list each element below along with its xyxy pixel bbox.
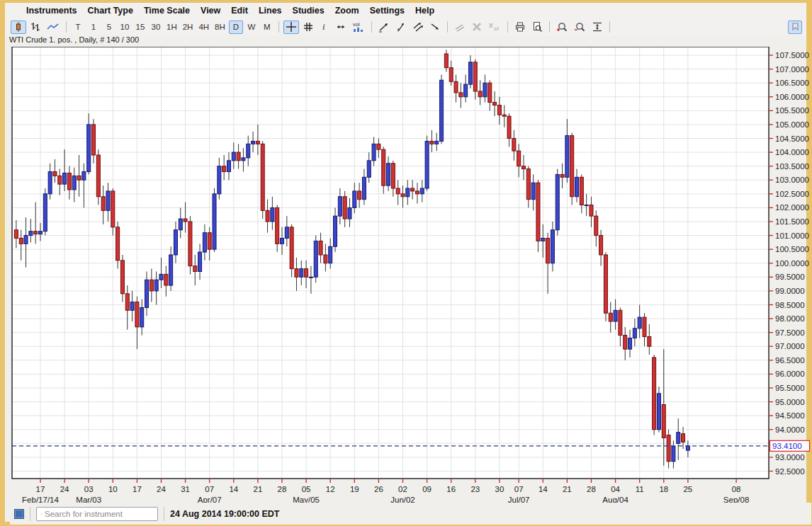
- ray-line-icon[interactable]: [393, 21, 409, 34]
- menu-item-edit[interactable]: Edit: [231, 6, 248, 16]
- svg-text:101.5000: 101.5000: [775, 217, 809, 226]
- timeframe-button-8H[interactable]: 8H: [213, 21, 227, 34]
- toolbar-separator: [447, 21, 448, 33]
- status-bar: 24 Aug 2014 19:00:00 EDT: [10, 503, 811, 525]
- timeframe-button-2H[interactable]: 2H: [181, 21, 196, 34]
- horizontal-expand-icon[interactable]: [333, 21, 349, 34]
- svg-text:23: 23: [470, 485, 480, 493]
- timeframe-button-M[interactable]: M: [260, 21, 274, 34]
- trendline-icon[interactable]: [376, 21, 392, 34]
- zoom-in-icon[interactable]: [554, 21, 570, 34]
- delete-line-icon[interactable]: [469, 21, 485, 34]
- menu-item-settings[interactable]: Settings: [370, 6, 405, 16]
- svg-text:106.0000: 106.0000: [775, 93, 809, 101]
- svg-text:28: 28: [587, 485, 596, 493]
- candlestick-chart-icon[interactable]: [11, 21, 26, 34]
- timeframe-button-15[interactable]: 15: [133, 21, 147, 34]
- svg-text:104.5000: 104.5000: [775, 135, 809, 143]
- svg-text:17: 17: [36, 485, 45, 493]
- menu-item-view[interactable]: View: [201, 6, 220, 16]
- timeframe-button-30[interactable]: 30: [149, 21, 163, 34]
- svg-text:vol: vol: [353, 21, 360, 28]
- fit-vertical-icon[interactable]: [590, 21, 605, 34]
- zoom-out-icon[interactable]: [572, 21, 588, 34]
- menu-bar: InstrumentsChart TypeTime ScaleViewEditL…: [5, 3, 806, 18]
- svg-text:12: 12: [326, 485, 335, 493]
- svg-text:09: 09: [422, 485, 432, 493]
- timeframe-button-1H[interactable]: 1H: [164, 21, 179, 34]
- svg-text:95.5000: 95.5000: [775, 384, 805, 392]
- timeframe-button-W[interactable]: W: [244, 21, 259, 34]
- crosshair-icon[interactable]: [283, 21, 299, 34]
- svg-text:May/05: May/05: [293, 496, 320, 503]
- svg-text:25: 25: [683, 485, 692, 493]
- timeframe-button-1[interactable]: 1: [86, 21, 101, 34]
- svg-text:Aug/04: Aug/04: [602, 496, 628, 503]
- price-axis[interactable]: 107.5000107.0000106.5000106.0000105.5000…: [769, 51, 809, 476]
- timeframe-button-T[interactable]: T: [71, 21, 85, 34]
- svg-text:Jun/02: Jun/02: [390, 496, 415, 503]
- chart-area[interactable]: 107.5000107.0000106.5000106.0000105.5000…: [10, 47, 811, 503]
- svg-text:x: x: [489, 21, 493, 29]
- svg-text:Mar/03: Mar/03: [76, 496, 101, 503]
- svg-text:24: 24: [157, 485, 166, 493]
- menu-item-time-scale[interactable]: Time Scale: [144, 6, 190, 16]
- menu-item-zoom[interactable]: Zoom: [335, 6, 359, 16]
- svg-text:93.4100: 93.4100: [772, 442, 802, 450]
- timeframe-button-5[interactable]: 5: [102, 21, 116, 34]
- info-icon[interactable]: i: [317, 21, 332, 34]
- date-axis[interactable]: 1724031017243107142128051219260209162330…: [22, 479, 749, 503]
- svg-text:Jul/07: Jul/07: [508, 496, 530, 503]
- svg-text:Apr/07: Apr/07: [198, 496, 222, 503]
- svg-text:19: 19: [350, 485, 359, 493]
- svg-text:105.5000: 105.5000: [775, 106, 809, 115]
- timeframe-button-4H[interactable]: 4H: [196, 21, 211, 34]
- svg-text:104.0000: 104.0000: [775, 148, 809, 156]
- parallel-channel-icon[interactable]: [410, 21, 426, 34]
- instrument-color-swatch[interactable]: [14, 509, 24, 519]
- svg-text:96.0000: 96.0000: [775, 370, 805, 378]
- line-chart-icon[interactable]: [45, 21, 62, 34]
- search-input[interactable]: [45, 510, 154, 518]
- svg-text:31: 31: [181, 485, 190, 493]
- search-icon: [40, 510, 42, 518]
- svg-text:99.0000: 99.0000: [775, 287, 805, 295]
- toolbar-separator: [609, 21, 610, 33]
- menu-item-help[interactable]: Help: [415, 6, 434, 16]
- ohlc-bars-chart-icon[interactable]: [28, 21, 43, 34]
- volume-icon[interactable]: vol: [350, 21, 367, 34]
- svg-text:07: 07: [205, 485, 214, 493]
- svg-text:98.5000: 98.5000: [775, 301, 805, 309]
- pointer-arrow-icon[interactable]: [427, 21, 443, 34]
- svg-text:11: 11: [636, 485, 644, 493]
- toolbar-separator: [66, 21, 67, 33]
- app-window: InstrumentsChart TypeTime ScaleViewEditL…: [0, 0, 812, 526]
- svg-text:97.5000: 97.5000: [775, 328, 805, 337]
- current-datetime: 24 Aug 2014 19:00:00 EDT: [170, 509, 279, 519]
- svg-text:07: 07: [514, 485, 524, 493]
- menu-item-lines[interactable]: Lines: [259, 6, 282, 16]
- svg-text:16: 16: [446, 485, 456, 493]
- print-icon[interactable]: [512, 21, 528, 34]
- menu-item-studies[interactable]: Studies: [293, 6, 325, 16]
- grid-icon[interactable]: [300, 21, 316, 34]
- menu-item-instruments[interactable]: Instruments: [26, 6, 77, 16]
- svg-text:101.0000: 101.0000: [775, 231, 809, 240]
- svg-text:all: all: [494, 26, 499, 31]
- svg-text:14: 14: [229, 485, 238, 493]
- timeframe-button-10[interactable]: 10: [118, 21, 132, 34]
- svg-text:18: 18: [659, 485, 668, 493]
- svg-text:97.0000: 97.0000: [775, 342, 805, 350]
- bookmark-icon[interactable]: [788, 21, 802, 34]
- parallel-lines-icon[interactable]: [452, 21, 468, 34]
- svg-text:26: 26: [374, 485, 383, 493]
- candlestick-chart[interactable]: 107.5000107.0000106.5000106.0000105.5000…: [10, 47, 811, 503]
- svg-text:92.5000: 92.5000: [775, 467, 805, 476]
- instrument-search-box[interactable]: [36, 507, 158, 521]
- print-preview-icon[interactable]: [529, 21, 545, 34]
- svg-text:95.0000: 95.0000: [775, 398, 805, 406]
- toolbar-separator: [549, 21, 550, 33]
- delete-all-lines-icon[interactable]: xall: [486, 21, 503, 34]
- menu-item-chart-type[interactable]: Chart Type: [88, 6, 133, 16]
- timeframe-button-D[interactable]: D: [229, 21, 243, 34]
